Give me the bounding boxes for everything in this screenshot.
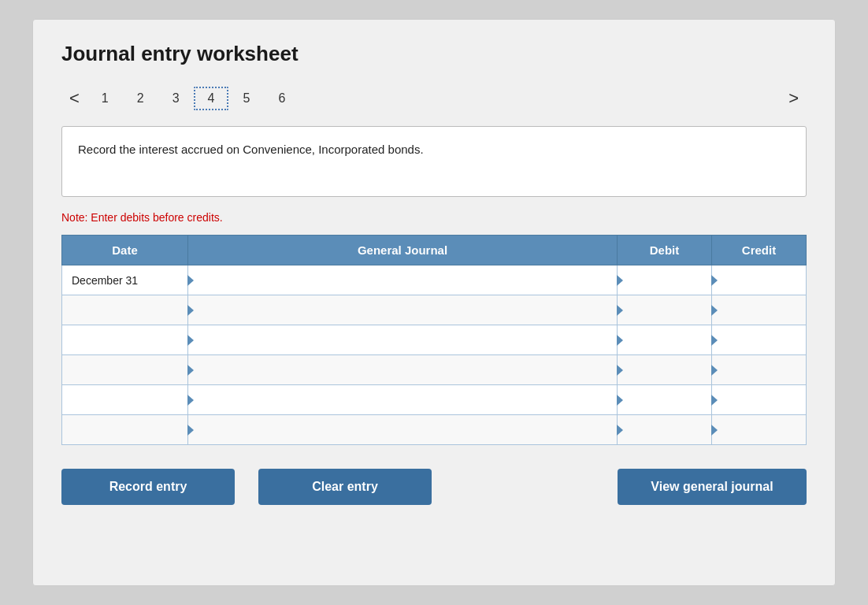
record-entry-button[interactable]: Record entry xyxy=(61,469,235,505)
general-journal-cell-6[interactable] xyxy=(188,415,618,445)
cell-arrow xyxy=(711,335,718,346)
debit-cell-6[interactable] xyxy=(618,415,712,445)
general-journal-input-5[interactable] xyxy=(188,385,617,414)
general-journal-input-4[interactable] xyxy=(188,355,617,384)
debit-input-4[interactable] xyxy=(618,355,711,384)
date-cell-2 xyxy=(62,295,188,325)
date-cell-3 xyxy=(62,325,188,355)
general-journal-cell-3[interactable] xyxy=(188,325,618,355)
tab-1[interactable]: 1 xyxy=(87,87,123,110)
credit-cell-1[interactable] xyxy=(712,265,807,295)
cell-arrow xyxy=(617,275,623,286)
general-journal-input-6[interactable] xyxy=(188,415,617,444)
debit-input-3[interactable] xyxy=(618,325,711,354)
clear-entry-button[interactable]: Clear entry xyxy=(258,469,432,505)
cell-arrow xyxy=(617,365,623,376)
debit-cell-4[interactable] xyxy=(618,355,712,385)
table-row xyxy=(62,325,807,355)
header-general-journal: General Journal xyxy=(188,236,618,265)
credit-input-5[interactable] xyxy=(712,385,806,414)
credit-cell-3[interactable] xyxy=(712,325,807,355)
credit-cell-5[interactable] xyxy=(712,385,807,415)
general-journal-input-3[interactable] xyxy=(188,325,617,354)
cell-arrow xyxy=(711,305,718,316)
credit-input-3[interactable] xyxy=(712,325,806,354)
nav-row: < 1 2 3 4 5 6 > xyxy=(61,85,807,112)
instruction-text: Record the interest accrued on Convenien… xyxy=(78,143,424,156)
view-general-journal-button[interactable]: View general journal xyxy=(618,469,807,505)
general-journal-cell-4[interactable] xyxy=(188,355,618,385)
table-row xyxy=(62,295,807,325)
worksheet-container: Journal entry worksheet < 1 2 3 4 5 6 > … xyxy=(32,19,836,586)
date-cell-5 xyxy=(62,385,188,415)
cell-arrow xyxy=(187,305,194,316)
debit-cell-1[interactable] xyxy=(618,265,712,295)
credit-input-6[interactable] xyxy=(712,415,806,444)
cell-arrow xyxy=(711,425,718,436)
button-row: Record entry Clear entry View general jo… xyxy=(61,469,807,505)
date-cell-4 xyxy=(62,355,188,385)
header-debit: Debit xyxy=(618,236,712,265)
instruction-box: Record the interest accrued on Convenien… xyxy=(61,126,807,197)
cell-arrow xyxy=(617,395,623,406)
cell-arrow xyxy=(711,365,718,376)
cell-arrow xyxy=(187,365,194,376)
general-journal-cell-2[interactable] xyxy=(188,295,618,325)
note-text: Note: Enter debits before credits. xyxy=(61,211,807,224)
header-credit: Credit xyxy=(712,236,807,265)
credit-cell-2[interactable] xyxy=(712,295,807,325)
tab-3[interactable]: 3 xyxy=(158,87,194,110)
general-journal-input-1[interactable] xyxy=(188,265,617,295)
tab-6[interactable]: 6 xyxy=(264,87,299,110)
cell-arrow xyxy=(617,305,623,316)
table-header-row: Date General Journal Debit Credit xyxy=(62,236,807,265)
date-value-1: December 31 xyxy=(72,274,138,287)
tab-4[interactable]: 4 xyxy=(194,87,229,110)
cell-arrow xyxy=(617,425,623,436)
general-journal-cell-5[interactable] xyxy=(188,385,618,415)
table-row: December 31 xyxy=(62,265,807,295)
journal-table: Date General Journal Debit Credit Decemb… xyxy=(61,235,807,445)
table-row xyxy=(62,385,807,415)
tab-5[interactable]: 5 xyxy=(228,87,264,110)
table-row xyxy=(62,355,807,385)
page-title: Journal entry worksheet xyxy=(61,42,807,66)
credit-cell-6[interactable] xyxy=(712,415,807,445)
cell-arrow xyxy=(187,395,194,406)
credit-input-1[interactable] xyxy=(712,265,806,295)
cell-arrow xyxy=(711,275,718,286)
debit-input-2[interactable] xyxy=(618,295,711,325)
prev-arrow[interactable]: < xyxy=(61,85,87,112)
credit-cell-4[interactable] xyxy=(712,355,807,385)
credit-input-2[interactable] xyxy=(712,295,806,325)
cell-arrow xyxy=(711,395,718,406)
debit-input-6[interactable] xyxy=(618,415,711,444)
debit-cell-2[interactable] xyxy=(618,295,712,325)
debit-input-5[interactable] xyxy=(618,385,711,414)
table-row xyxy=(62,415,807,445)
credit-input-4[interactable] xyxy=(712,355,806,384)
general-journal-input-2[interactable] xyxy=(188,295,617,325)
cell-arrow xyxy=(187,335,194,346)
general-journal-cell-1[interactable] xyxy=(188,265,618,295)
debit-cell-5[interactable] xyxy=(618,385,712,415)
date-cell-6 xyxy=(62,415,188,445)
next-arrow[interactable]: > xyxy=(781,85,807,112)
tab-2[interactable]: 2 xyxy=(123,87,158,110)
cell-arrow xyxy=(187,275,194,286)
cell-arrow xyxy=(187,425,194,436)
header-date: Date xyxy=(62,236,188,265)
cell-arrow xyxy=(617,335,623,346)
date-cell-1: December 31 xyxy=(62,265,188,295)
debit-cell-3[interactable] xyxy=(618,325,712,355)
debit-input-1[interactable] xyxy=(618,265,711,295)
